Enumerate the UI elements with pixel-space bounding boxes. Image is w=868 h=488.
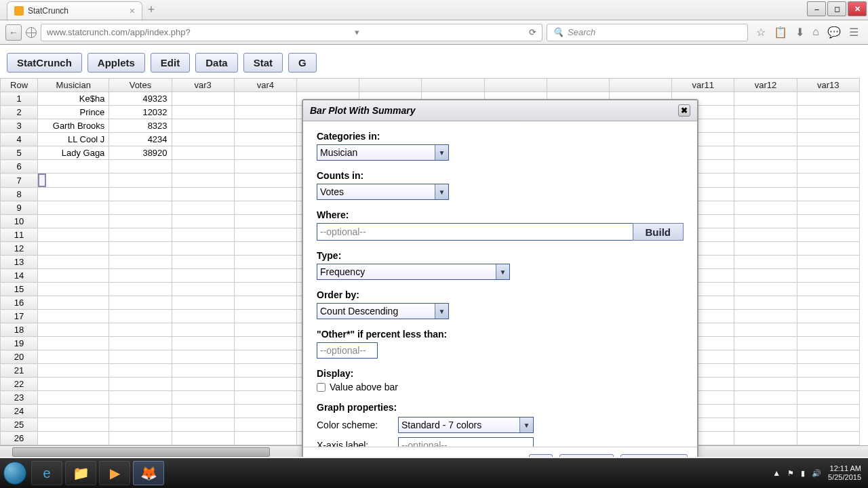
cell[interactable] bbox=[109, 188, 172, 201]
cell[interactable] bbox=[234, 405, 296, 418]
cell[interactable] bbox=[734, 310, 797, 323]
tray-network-icon[interactable]: ▮ bbox=[801, 469, 805, 478]
cell[interactable] bbox=[797, 256, 859, 269]
clipboard-icon[interactable]: 📋 bbox=[774, 26, 787, 39]
xaxis-label-input[interactable]: --optional-- bbox=[398, 437, 534, 447]
cell[interactable] bbox=[797, 119, 859, 133]
cell[interactable] bbox=[797, 174, 859, 188]
taskbar-ie-icon[interactable]: e bbox=[31, 461, 62, 485]
cell[interactable] bbox=[734, 405, 797, 418]
cell[interactable]: 12032 bbox=[109, 106, 172, 119]
tray-volume-icon[interactable]: 🔊 bbox=[812, 469, 821, 478]
back-button[interactable]: ← bbox=[5, 24, 22, 41]
cell[interactable] bbox=[797, 378, 859, 391]
start-button[interactable] bbox=[0, 458, 30, 488]
cell[interactable] bbox=[734, 391, 797, 405]
cell[interactable] bbox=[234, 310, 296, 323]
cell[interactable] bbox=[797, 160, 859, 174]
column-header[interactable] bbox=[359, 79, 422, 92]
cell[interactable] bbox=[172, 405, 234, 418]
cell[interactable] bbox=[734, 350, 797, 364]
cell[interactable] bbox=[109, 201, 172, 215]
new-tab-button[interactable]: + bbox=[142, 0, 160, 20]
row-number[interactable]: 23 bbox=[1, 391, 38, 405]
cell[interactable] bbox=[797, 106, 859, 119]
cell[interactable] bbox=[172, 133, 234, 146]
row-number[interactable]: 22 bbox=[1, 378, 38, 391]
where-input[interactable]: --optional-- bbox=[317, 223, 633, 241]
column-header[interactable] bbox=[296, 79, 359, 92]
cell[interactable] bbox=[797, 188, 859, 201]
row-number[interactable]: 12 bbox=[1, 242, 38, 256]
cell[interactable] bbox=[797, 337, 859, 350]
cell[interactable] bbox=[38, 269, 109, 283]
cell[interactable] bbox=[797, 364, 859, 378]
cell[interactable] bbox=[109, 391, 172, 405]
cell[interactable] bbox=[38, 228, 109, 242]
cell[interactable] bbox=[38, 160, 109, 174]
cell[interactable] bbox=[234, 323, 296, 337]
cell[interactable] bbox=[109, 296, 172, 310]
cell[interactable] bbox=[109, 269, 172, 283]
cell[interactable]: 49323 bbox=[109, 92, 172, 106]
close-window-button[interactable]: ✕ bbox=[848, 1, 867, 16]
cell[interactable] bbox=[734, 133, 797, 146]
row-number[interactable]: 3 bbox=[1, 119, 38, 133]
cell[interactable] bbox=[234, 337, 296, 350]
cell[interactable] bbox=[797, 432, 859, 445]
column-header[interactable]: var11 bbox=[672, 79, 734, 92]
restore-button[interactable]: ◻ bbox=[827, 1, 846, 16]
menu-edit[interactable]: Edit bbox=[151, 53, 190, 73]
menu-data[interactable]: Data bbox=[195, 53, 238, 73]
row-number[interactable]: 16 bbox=[1, 296, 38, 310]
cell[interactable] bbox=[172, 269, 234, 283]
cell[interactable] bbox=[234, 391, 296, 405]
cell[interactable] bbox=[38, 174, 46, 187]
cell[interactable] bbox=[734, 242, 797, 256]
cell[interactable] bbox=[234, 296, 296, 310]
taskbar-explorer-icon[interactable]: 📁 bbox=[65, 461, 96, 485]
cell[interactable] bbox=[797, 228, 859, 242]
taskbar-media-icon[interactable]: ▶ bbox=[99, 461, 130, 485]
column-header[interactable]: var12 bbox=[734, 79, 797, 92]
cell[interactable]: 4234 bbox=[109, 133, 172, 146]
cell[interactable] bbox=[734, 92, 797, 106]
cell[interactable] bbox=[234, 283, 296, 296]
cell[interactable]: Lady Gaga bbox=[38, 146, 109, 160]
cell[interactable] bbox=[38, 391, 109, 405]
cell[interactable] bbox=[797, 133, 859, 146]
cell[interactable] bbox=[38, 256, 109, 269]
help-button[interactable]: ? bbox=[529, 454, 553, 457]
search-input[interactable]: 🔍 Search bbox=[547, 24, 748, 41]
cell[interactable] bbox=[38, 215, 109, 228]
cell[interactable] bbox=[234, 256, 296, 269]
cell[interactable] bbox=[734, 146, 797, 160]
cell[interactable] bbox=[38, 405, 109, 418]
cell[interactable] bbox=[734, 323, 797, 337]
cell[interactable] bbox=[38, 378, 109, 391]
cell[interactable] bbox=[234, 215, 296, 228]
row-number[interactable]: 7 bbox=[1, 174, 38, 188]
cell[interactable] bbox=[797, 391, 859, 405]
cell[interactable]: 38920 bbox=[109, 146, 172, 160]
tray-overflow-icon[interactable]: ▲ bbox=[772, 468, 781, 478]
cell[interactable] bbox=[234, 119, 296, 133]
chat-icon[interactable]: 💬 bbox=[827, 26, 841, 39]
cell[interactable] bbox=[734, 432, 797, 445]
cell[interactable] bbox=[172, 174, 234, 188]
cell[interactable] bbox=[38, 364, 109, 378]
row-number[interactable]: 5 bbox=[1, 146, 38, 160]
row-number[interactable]: 10 bbox=[1, 215, 38, 228]
cell[interactable] bbox=[234, 242, 296, 256]
scrollbar-thumb[interactable] bbox=[12, 447, 270, 457]
cell[interactable] bbox=[234, 432, 296, 445]
cell[interactable] bbox=[109, 337, 172, 350]
cell[interactable] bbox=[172, 364, 234, 378]
row-number[interactable]: 2 bbox=[1, 106, 38, 119]
column-header[interactable] bbox=[547, 79, 609, 92]
cell[interactable] bbox=[734, 296, 797, 310]
cell[interactable] bbox=[172, 378, 234, 391]
other-input[interactable]: --optional-- bbox=[317, 342, 378, 359]
row-number[interactable]: 15 bbox=[1, 283, 38, 296]
home-icon[interactable]: ⌂ bbox=[812, 26, 819, 39]
